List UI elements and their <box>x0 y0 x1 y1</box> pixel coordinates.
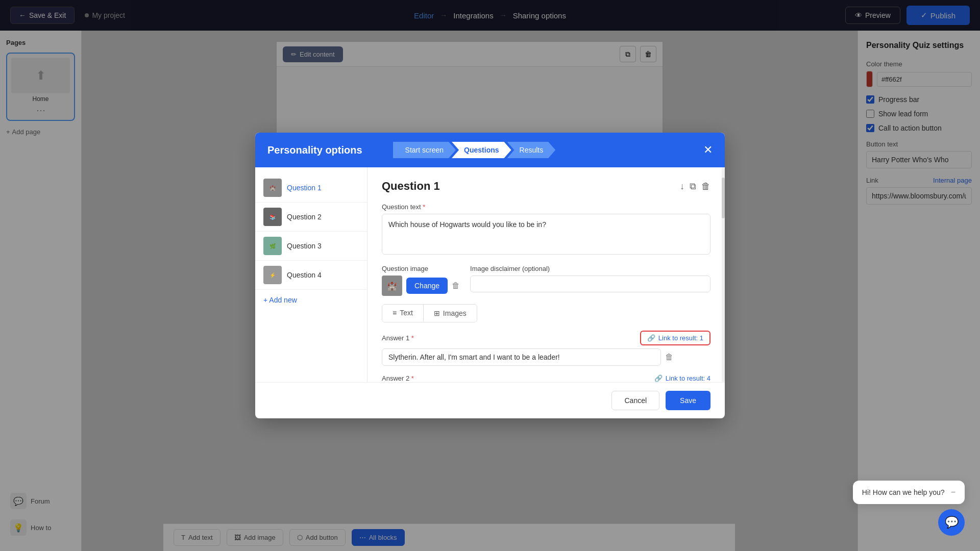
cancel-button[interactable]: Cancel <box>611 391 659 410</box>
answer-2-section: Answer 2 * 🔗 Link to result: 4 <box>382 372 710 382</box>
answer-1-header: Answer 1 * 🔗 Link to result: 1 <box>382 331 710 345</box>
chat-message-bubble: Hi! How can we help you? − <box>853 481 965 504</box>
question-item-1[interactable]: 🏰 Question 1 <box>255 173 367 203</box>
step-results[interactable]: Results <box>507 142 556 158</box>
question-item-2[interactable]: 📚 Question 2 <box>255 203 367 232</box>
modal-body: 🏰 Question 1 📚 Question 2 🌿 Question 3 ⚡… <box>255 167 725 382</box>
link-icon-2: 🔗 <box>654 374 663 382</box>
modal-overlay: Personality options Start screen Questio… <box>0 0 980 551</box>
modal-steps: Start screen Questions Results <box>393 142 556 158</box>
disclaimer-input[interactable] <box>470 276 710 292</box>
chat-message-text: Hi! How can we help you? <box>862 488 945 496</box>
disclaimer-col: Image disclaimer (optional) <box>470 265 710 296</box>
modal-scrollbar-thumb <box>722 178 725 218</box>
question-2-label: Question 2 <box>287 213 322 221</box>
modal-questions-sidebar: 🏰 Question 1 📚 Question 2 🌿 Question 3 ⚡… <box>255 167 368 382</box>
image-section: Question image 🏰 Change 🗑 Image disclaim… <box>382 265 710 296</box>
image-col-label: Question image <box>382 265 460 272</box>
modal-scrollbar[interactable] <box>722 167 725 382</box>
question-item-3[interactable]: 🌿 Question 3 <box>255 232 367 261</box>
chat-icon: 💬 <box>945 516 959 529</box>
answer-1-section: Answer 1 * 🔗 Link to result: 1 🗑 <box>382 331 710 366</box>
chat-widget: Hi! How can we help you? − 💬 <box>853 481 965 536</box>
question-4-thumb: ⚡ <box>263 266 282 284</box>
question-4-label: Question 4 <box>287 271 322 279</box>
chat-close-button[interactable]: − <box>951 488 955 497</box>
step-start-screen[interactable]: Start screen <box>393 142 456 158</box>
chat-open-button[interactable]: 💬 <box>938 509 965 536</box>
image-upload-col: Question image 🏰 Change 🗑 <box>382 265 460 296</box>
image-thumbnail: 🏰 <box>382 276 402 296</box>
text-tab-icon: ≡ <box>393 309 397 317</box>
add-new-question-button[interactable]: + Add new <box>255 290 367 310</box>
duplicate-question-button[interactable]: ⧉ <box>690 181 696 192</box>
delete-image-button[interactable]: 🗑 <box>452 281 460 290</box>
modal-header: Personality options Start screen Questio… <box>255 133 725 167</box>
step-questions[interactable]: Questions <box>452 142 511 158</box>
save-button[interactable]: Save <box>666 391 710 410</box>
question-text-section: Question text * <box>382 203 710 257</box>
required-star-a2: * <box>411 374 414 382</box>
question-text-field-label: Question text * <box>382 203 710 211</box>
link-result-1-button[interactable]: 🔗 Link to result: 1 <box>640 331 710 345</box>
answer-1-label: Answer 1 * <box>382 334 414 342</box>
question-item-4[interactable]: ⚡ Question 4 <box>255 261 367 290</box>
disclaimer-label: Image disclaimer (optional) <box>470 265 710 272</box>
question-3-label: Question 3 <box>287 242 322 250</box>
required-star-a1: * <box>411 334 414 342</box>
answer-1-row: 🗑 <box>382 348 710 366</box>
delete-question-button[interactable]: 🗑 <box>701 181 710 192</box>
required-star-1: * <box>423 203 425 211</box>
image-upload-row: 🏰 Change 🗑 <box>382 276 460 296</box>
personality-options-modal: Personality options Start screen Questio… <box>255 133 725 418</box>
answer-1-input[interactable] <box>382 348 661 366</box>
answer-2-label: Answer 2 * <box>382 374 414 382</box>
link-icon-1: 🔗 <box>647 334 655 342</box>
tab-text[interactable]: ≡ Text <box>382 305 424 322</box>
link-result-2-button[interactable]: 🔗 Link to result: 4 <box>654 372 710 382</box>
question-3-thumb: 🌿 <box>263 237 282 255</box>
modal-footer: Cancel Save <box>255 382 725 418</box>
question-header: Question 1 ↓ ⧉ 🗑 <box>382 180 710 193</box>
answer-2-header: Answer 2 * 🔗 Link to result: 4 <box>382 372 710 382</box>
question-title: Question 1 <box>382 180 440 193</box>
modal-title: Personality options <box>267 144 362 156</box>
modal-close-button[interactable]: ✕ <box>703 144 713 156</box>
change-image-button[interactable]: Change <box>406 278 448 294</box>
tab-images[interactable]: ⊞ Images <box>424 305 477 322</box>
question-text-textarea[interactable] <box>382 214 710 255</box>
answer-tabs: ≡ Text ⊞ Images <box>382 304 477 322</box>
delete-answer-1-button[interactable]: 🗑 <box>665 353 673 362</box>
question-actions: ↓ ⧉ 🗑 <box>680 181 710 192</box>
move-down-button[interactable]: ↓ <box>680 181 684 192</box>
question-1-label: Question 1 <box>287 184 322 192</box>
question-2-thumb: 📚 <box>263 208 282 226</box>
question-1-thumb: 🏰 <box>263 179 282 197</box>
modal-question-content: Question 1 ↓ ⧉ 🗑 Question text * <box>368 167 725 382</box>
images-tab-icon: ⊞ <box>434 309 440 317</box>
